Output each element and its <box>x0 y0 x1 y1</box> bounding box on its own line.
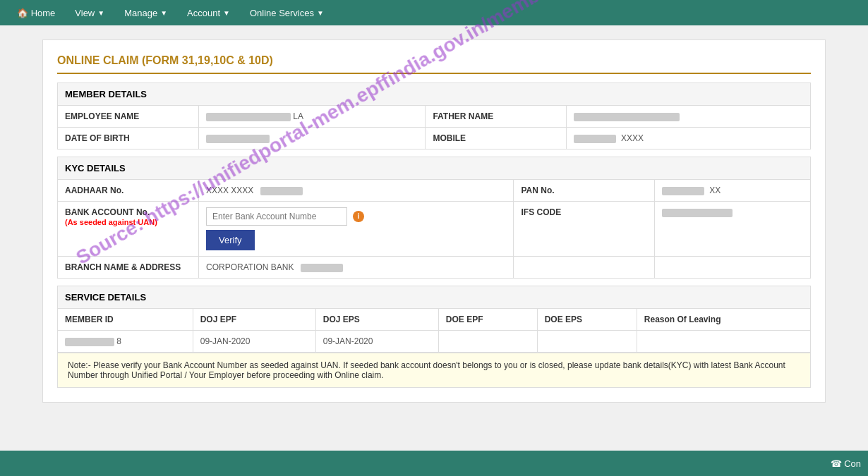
bank-account-value: i Verify <box>199 202 514 257</box>
reason-cell <box>637 331 810 353</box>
branch-redacted <box>301 264 343 272</box>
table-row: 8 09-JAN-2020 09-JAN-2020 <box>58 331 811 353</box>
navbar: 🏠 Home View▼ Manage▼ Account▼ Online Ser… <box>0 0 868 25</box>
footer-con-button[interactable]: ☎ Con <box>831 458 861 469</box>
table-row: EMPLOYEE NAME LA FATHER NAME <box>58 106 811 128</box>
service-details-table: MEMBER ID DOJ EPF DOJ EPS DOE EPF DOE EP… <box>57 308 811 353</box>
col-doe-epf: DOE EPF <box>438 309 537 331</box>
employee-name-value: LA <box>199 106 426 128</box>
nav-manage[interactable]: Manage▼ <box>114 0 177 25</box>
doj-epf-cell: 09-JAN-2020 <box>193 331 315 353</box>
employee-name-label: EMPLOYEE NAME <box>58 106 199 128</box>
dob-label: DATE OF BIRTH <box>58 128 199 149</box>
member-id-cell: 8 <box>58 331 193 353</box>
member-id-redacted <box>65 338 114 346</box>
bank-account-label: BANK ACCOUNT No. (As seeded against UAN) <box>58 202 199 257</box>
aadhaar-redacted <box>260 187 303 195</box>
info-icon: i <box>353 211 364 222</box>
member-details-header: MEMBER DETAILS <box>57 83 811 105</box>
col-member-id: MEMBER ID <box>58 309 193 331</box>
mobile-redacted <box>574 135 616 143</box>
note-text: Note:- Please verify your Bank Account N… <box>68 360 785 380</box>
pan-label: PAN No. <box>514 180 655 202</box>
member-details-table: EMPLOYEE NAME LA FATHER NAME DATE OF BIR… <box>57 105 811 149</box>
pan-value: XX <box>655 180 811 202</box>
view-arrow-icon: ▼ <box>97 9 104 17</box>
employee-name-redacted <box>206 113 291 121</box>
table-row: BANK ACCOUNT No. (As seeded against UAN)… <box>58 202 811 257</box>
mobile-value: XXXX <box>567 128 811 149</box>
pan-redacted <box>662 187 704 195</box>
dob-value <box>199 128 426 149</box>
online-services-arrow-icon: ▼ <box>317 9 324 17</box>
doe-epf-cell <box>438 331 537 353</box>
table-header-row: MEMBER ID DOJ EPF DOJ EPS DOE EPF DOE EP… <box>58 309 811 331</box>
note-box: Note:- Please verify your Bank Account N… <box>57 353 811 388</box>
ifs-code-label: IFS CODE <box>514 202 655 257</box>
table-row: DATE OF BIRTH MOBILE XXXX <box>58 128 811 149</box>
bank-account-input[interactable] <box>206 207 347 226</box>
aadhaar-value: XXXX XXXX <box>199 180 514 202</box>
ifs-code-value <box>655 202 811 257</box>
kyc-details-header: KYC DETAILS <box>57 157 811 179</box>
branch-label: BRANCH NAME & ADDRESS <box>58 257 199 279</box>
nav-view[interactable]: View▼ <box>65 0 114 25</box>
nav-home[interactable]: 🏠 Home <box>7 0 65 25</box>
col-reason: Reason Of Leaving <box>637 309 810 331</box>
col-doj-epf: DOJ EPF <box>193 309 315 331</box>
father-name-value <box>567 106 811 128</box>
main-container: ONLINE CLAIM (FORM 31,19,10C & 10D) MEMB… <box>42 39 826 403</box>
page-title: ONLINE CLAIM (FORM 31,19,10C & 10D) <box>57 54 811 74</box>
mobile-label: MOBILE <box>426 128 567 149</box>
nav-account[interactable]: Account▼ <box>177 0 240 25</box>
col-doe-eps: DOE EPS <box>537 309 637 331</box>
home-icon: 🏠 <box>17 8 28 18</box>
service-details-header: SERVICE DETAILS <box>57 286 811 308</box>
aadhaar-label: AADHAAR No. <box>58 180 199 202</box>
table-row: BRANCH NAME & ADDRESS CORPORATION BANK <box>58 257 811 279</box>
manage-arrow-icon: ▼ <box>160 9 167 17</box>
father-name-label: FATHER NAME <box>426 106 567 128</box>
branch-value: CORPORATION BANK <box>199 257 514 279</box>
verify-button[interactable]: Verify <box>206 230 255 250</box>
nav-online-services[interactable]: Online Services▼ <box>240 0 334 25</box>
account-arrow-icon: ▼ <box>223 9 230 17</box>
footer-bar: ☎ Con <box>0 451 868 476</box>
col-doj-eps: DOJ EPS <box>315 309 438 331</box>
dob-redacted <box>206 135 270 143</box>
father-name-redacted <box>574 113 680 121</box>
doe-eps-cell <box>537 331 637 353</box>
bank-seeded-note: (As seeded against UAN) <box>65 218 157 226</box>
doj-eps-cell: 09-JAN-2020 <box>315 331 438 353</box>
kyc-details-table: AADHAAR No. XXXX XXXX PAN No. XX BANK AC… <box>57 179 811 279</box>
ifs-redacted <box>662 209 733 217</box>
table-row: AADHAAR No. XXXX XXXX PAN No. XX <box>58 180 811 202</box>
